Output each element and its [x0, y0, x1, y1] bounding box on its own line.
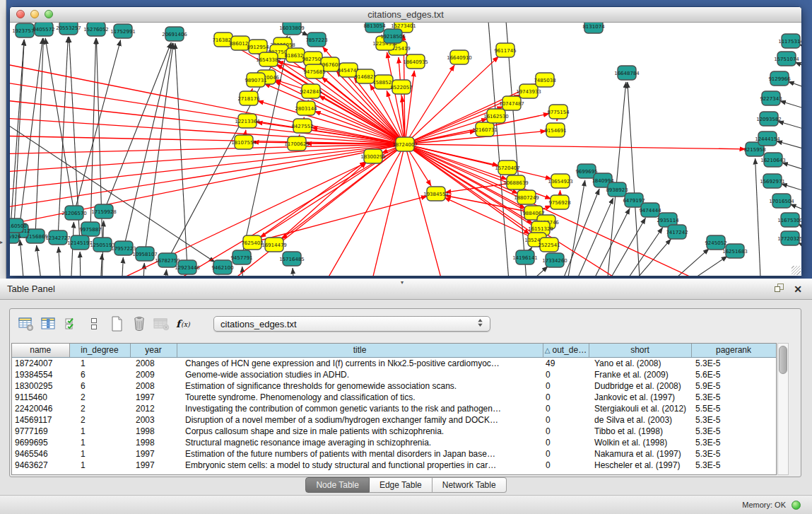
graph-edge[interactable] — [314, 144, 405, 276]
graph-node[interactable]: 18300295 — [360, 149, 386, 163]
graph-edge[interactable] — [536, 267, 548, 276]
cell-short[interactable]: Jankovic et al. (1997) — [589, 392, 691, 403]
table-scrollbar[interactable] — [777, 343, 789, 475]
graph-node[interactable]: 11175314 — [778, 34, 801, 48]
graph-edge[interactable] — [257, 101, 405, 144]
cell-pagerank[interactable]: 5.3E-5 — [691, 460, 776, 471]
graph-node[interactable]: 17016504 — [769, 194, 794, 208]
graph-node[interactable]: 9975887 — [79, 222, 101, 236]
graph-node[interactable]: 10958107 — [132, 247, 158, 261]
graph-node[interactable]: 20691406 — [162, 27, 187, 41]
graph-node[interactable]: 2803144 — [295, 101, 317, 115]
cell-short[interactable]: de Silva et al. (2003) — [589, 414, 691, 426]
graph-edge[interactable] — [568, 180, 585, 276]
cell-in_degree[interactable]: 2 — [69, 392, 130, 403]
table-row[interactable]: 1456911722003Disruption of a novel membe… — [12, 414, 776, 426]
cell-short[interactable]: Wolkin et al. (1998) — [589, 437, 691, 448]
graph-edge[interactable] — [10, 144, 405, 154]
graph-node[interactable]: 18807249 — [514, 190, 539, 204]
node-table[interactable]: namein_degreeyeartitle△out_de…shortpager… — [11, 343, 777, 475]
memory-status-icon[interactable] — [792, 501, 801, 510]
table-select-dropdown[interactable]: citations_edges.txt — [213, 316, 490, 332]
graph-node[interactable]: 15692971 — [760, 174, 785, 188]
graph-node[interactable]: 9475685 — [303, 64, 325, 78]
graph-node[interactable]: 9474444 — [639, 203, 661, 217]
graph-node[interactable]: 8813054 — [363, 23, 386, 33]
graph-node[interactable]: 11752991 — [110, 24, 136, 38]
graph-edge[interactable] — [175, 43, 187, 267]
graph-edge[interactable] — [45, 38, 74, 213]
cell-in_degree[interactable]: 6 — [69, 380, 130, 392]
cell-year[interactable]: 1997 — [130, 448, 177, 460]
graph-edge[interactable] — [10, 144, 405, 209]
graph-node[interactable]: 10747487 — [499, 96, 524, 110]
graph-node[interactable]: 16251683 — [722, 244, 748, 258]
cell-in_degree[interactable]: 1 — [69, 460, 130, 471]
graph-node[interactable]: 19384554 — [423, 187, 449, 201]
graph-edge[interactable] — [293, 268, 294, 276]
table-row[interactable]: 977716911998Corpus callosum shape and si… — [12, 426, 776, 437]
create-column-icon[interactable] — [107, 315, 126, 333]
cell-short[interactable]: Nakamura et al. (1997) — [589, 448, 691, 460]
graph-edge[interactable] — [37, 245, 42, 276]
graph-node[interactable]: 17159928 — [91, 204, 117, 218]
graph-node[interactable]: 9890731 — [245, 73, 266, 87]
graph-node[interactable]: 18107554 — [231, 135, 257, 149]
graph-edge[interactable] — [595, 209, 630, 276]
show-columns-icon[interactable] — [40, 315, 58, 333]
cell-short[interactable]: Yano et al. (2008) — [589, 357, 691, 369]
float-panel-icon[interactable] — [774, 283, 784, 296]
graph-edge[interactable] — [59, 247, 61, 276]
cell-pagerank[interactable]: 5.3E-5 — [691, 357, 776, 369]
graph-node[interactable]: 8775154 — [547, 105, 570, 119]
cell-pagerank[interactable]: 5.3E-5 — [691, 414, 776, 426]
resize-grip[interactable] — [792, 266, 801, 275]
column-header-out_degree[interactable]: △out_de… — [543, 344, 589, 357]
cell-short[interactable]: Franke et al. (2009) — [589, 369, 691, 380]
table-row[interactable]: 1938455462009Genome-wide association stu… — [12, 369, 776, 380]
network-view[interactable]: 1872400771638228860128891295423226058982… — [10, 23, 801, 276]
graph-node[interactable]: 9457791 — [230, 250, 252, 264]
graph-node[interactable]: 12923446 — [175, 260, 200, 274]
column-header-title[interactable]: title — [177, 344, 543, 357]
graph-edge[interactable] — [405, 144, 551, 179]
cell-out_degree[interactable]: 0 — [543, 460, 589, 471]
cell-name[interactable]: 14569117 — [12, 414, 69, 426]
cell-short[interactable]: Tibbo et al. (1998) — [589, 426, 691, 437]
graph-edge[interactable] — [611, 218, 645, 276]
graph-edge[interactable] — [20, 240, 24, 276]
table-row[interactable]: 2242004622012Investigating the contribut… — [12, 403, 776, 414]
cell-title[interactable]: Estimation of the future numbers of pati… — [177, 448, 543, 460]
graph-node[interactable]: 2718176 — [237, 91, 260, 105]
graph-edge[interactable] — [788, 81, 801, 91]
cell-title[interactable]: Estimation of significance thresholds fo… — [177, 380, 543, 392]
graph-node[interactable]: 8912954 — [247, 40, 269, 54]
graph-edge[interactable] — [638, 239, 671, 276]
graph-node[interactable]: 16543382 — [256, 52, 281, 66]
graph-node[interactable]: 11700629 — [284, 136, 310, 151]
cell-out_degree[interactable]: 0 — [543, 426, 589, 437]
graph-node[interactable]: 9611745 — [494, 43, 516, 57]
graph-node[interactable]: 15751074 — [774, 52, 799, 66]
cell-year[interactable]: 2009 — [130, 369, 177, 380]
network-window[interactable]: citations_edges.txt 18724007716382288601… — [9, 6, 802, 276]
graph-node[interactable]: 15276052 — [83, 23, 109, 36]
graph-node[interactable]: 9227343 — [760, 91, 782, 105]
graph-node[interactable]: 10688639 — [503, 175, 529, 189]
graph-edge[interactable] — [578, 198, 613, 276]
graph-node[interactable]: 12145197 — [67, 235, 93, 250]
graph-edge[interactable] — [777, 141, 801, 152]
cell-name[interactable]: 19384554 — [12, 369, 69, 380]
cell-out_degree[interactable]: 0 — [543, 448, 589, 460]
graph-edge[interactable] — [122, 257, 123, 276]
graph-node[interactable]: 9245052 — [705, 235, 726, 250]
graph-node[interactable]: 13654923 — [548, 174, 573, 188]
graph-node[interactable]: 9405572 — [33, 23, 54, 36]
graph-edge[interactable] — [10, 144, 405, 173]
network-graph[interactable]: 1872400771638228860128891295423226058982… — [10, 23, 801, 276]
graph-node[interactable]: 21206570 — [61, 206, 87, 220]
minimize-window-button[interactable] — [30, 10, 39, 18]
tab-network-table[interactable]: Network Table — [433, 477, 507, 493]
graph-node[interactable]: 16640910 — [447, 50, 472, 64]
cell-year[interactable]: 2012 — [130, 403, 177, 414]
